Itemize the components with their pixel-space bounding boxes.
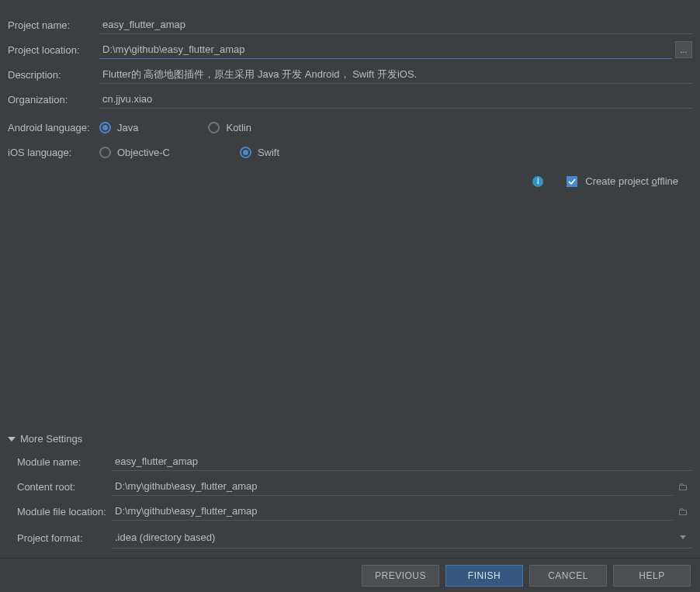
- more-settings-label: More Settings: [20, 433, 82, 445]
- ios-swift-label: Swift: [258, 147, 279, 158]
- radio-unselected-icon: [99, 147, 111, 158]
- ios-objc-radio[interactable]: Objective-C: [99, 147, 170, 158]
- cancel-button[interactable]: CANCEL: [529, 565, 607, 587]
- content-root-label: Content root:: [17, 481, 112, 493]
- project-name-input[interactable]: [99, 16, 692, 34]
- module-file-location-label: Module file location:: [17, 506, 112, 518]
- module-name-input[interactable]: [112, 452, 692, 471]
- project-location-input[interactable]: [99, 40, 672, 59]
- organization-label: Organization:: [8, 94, 99, 106]
- android-java-label: Java: [117, 122, 138, 133]
- module-name-label: Module name:: [17, 456, 112, 468]
- project-format-select[interactable]: .idea (directory based): [112, 527, 692, 549]
- browse-location-button[interactable]: ...: [675, 41, 692, 58]
- project-name-label: Project name:: [8, 19, 99, 31]
- ios-language-label: iOS language:: [8, 147, 99, 158]
- android-language-label: Android language:: [8, 122, 99, 133]
- project-location-label: Project location:: [8, 44, 99, 56]
- project-format-label: Project format:: [17, 532, 112, 544]
- description-input[interactable]: [99, 65, 692, 84]
- help-button[interactable]: HELP: [613, 565, 691, 587]
- radio-unselected-icon: [208, 122, 220, 133]
- android-kotlin-label: Kotlin: [226, 122, 251, 133]
- check-icon: [568, 178, 576, 185]
- folder-icon[interactable]: 🗀: [673, 481, 692, 493]
- chevron-down-icon: [8, 437, 16, 441]
- android-kotlin-radio[interactable]: Kotlin: [208, 122, 251, 133]
- project-format-value: .idea (directory based): [115, 531, 215, 543]
- android-java-radio[interactable]: Java: [99, 122, 138, 133]
- create-offline-label[interactable]: Create project offline: [585, 175, 678, 187]
- previous-button[interactable]: PREVIOUS: [362, 565, 439, 587]
- finish-button[interactable]: FINISH: [445, 565, 523, 587]
- radio-selected-icon: [99, 122, 111, 133]
- radio-selected-icon: [240, 147, 251, 158]
- more-settings-toggle[interactable]: More Settings: [0, 430, 700, 448]
- ios-objc-label: Objective-C: [117, 147, 170, 158]
- module-file-location-input[interactable]: [112, 502, 673, 521]
- create-offline-checkbox[interactable]: [567, 176, 577, 187]
- chevron-down-icon: [680, 535, 686, 539]
- organization-input[interactable]: [99, 90, 692, 109]
- content-root-input[interactable]: [112, 477, 673, 496]
- ios-swift-radio[interactable]: Swift: [240, 147, 279, 158]
- info-icon: i: [532, 176, 543, 187]
- folder-icon[interactable]: 🗀: [673, 506, 692, 518]
- description-label: Description:: [8, 69, 99, 81]
- dialog-button-bar: PREVIOUS FINISH CANCEL HELP: [0, 558, 700, 592]
